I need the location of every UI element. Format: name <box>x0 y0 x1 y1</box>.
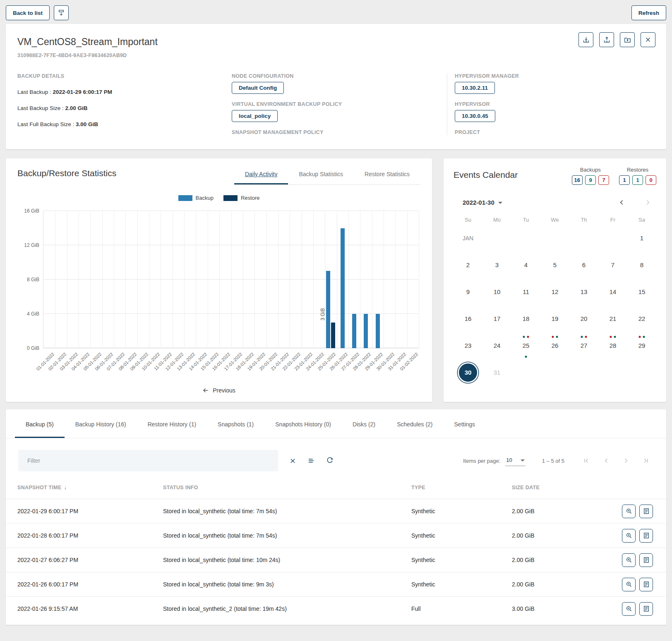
calendar-date-dropdown[interactable]: 2022-01-30 <box>463 199 502 206</box>
scroll-down-icon <box>58 9 65 17</box>
legend-backup-label: Backup <box>196 195 214 201</box>
tab-snapshots-1[interactable]: Snapshots (1) <box>207 409 264 438</box>
calendar-day-15[interactable]: 15 <box>627 278 656 305</box>
cell-type: Full <box>411 605 512 612</box>
calendar-day-18[interactable]: 18 <box>511 305 540 332</box>
calendar-day-22[interactable]: 22 <box>627 305 656 332</box>
calendar-day-31[interactable]: 31 <box>482 359 511 386</box>
scroll-down-button[interactable] <box>54 5 69 20</box>
calendar-day-8[interactable]: 8 <box>627 251 656 278</box>
calendar-day-20[interactable]: 20 <box>569 305 598 332</box>
backup-button[interactable] <box>578 32 593 47</box>
calendar-day-14[interactable]: 14 <box>598 278 627 305</box>
calendar-day-9[interactable]: 9 <box>454 278 482 305</box>
calendar-day-30[interactable]: 30 <box>454 359 482 386</box>
calendar-day-2[interactable]: 2 <box>454 251 482 278</box>
tab-settings[interactable]: Settings <box>444 409 486 438</box>
calendar-day-3[interactable]: 3 <box>482 251 511 278</box>
chart-legend: Backup Restore <box>17 195 420 201</box>
tab-restore-history-1[interactable]: Restore History (1) <box>137 409 207 438</box>
items-per-page-select[interactable]: 10 <box>505 456 525 466</box>
chart-previous-button[interactable]: Previous <box>17 385 420 396</box>
calendar-day-4[interactable]: 4 <box>511 251 540 278</box>
col-type[interactable]: TYPE <box>411 485 512 490</box>
calendar-day-16[interactable]: 16 <box>454 305 482 332</box>
restores-count-badge-navy: 1 <box>619 175 630 185</box>
restores-count-badge-green: 1 <box>632 175 643 185</box>
dropdown-caret-icon <box>498 202 502 204</box>
calendar-day-21[interactable]: 21 <box>598 305 627 332</box>
next-page-button[interactable] <box>622 457 630 464</box>
prev-page-button[interactable] <box>602 457 610 464</box>
snapshot-report-button[interactable] <box>639 529 653 543</box>
snapshot-details-button[interactable] <box>622 602 636 616</box>
snapshot-details-button[interactable] <box>622 553 636 567</box>
calendar-day-23[interactable]: 23 <box>454 332 482 359</box>
red-event-dot <box>639 336 641 338</box>
calendar-day-6[interactable]: 6 <box>569 251 598 278</box>
calendar-day-11[interactable]: 11 <box>511 278 540 305</box>
calendar-prev-button[interactable] <box>618 199 625 206</box>
calendar-day-1[interactable]: 1 <box>627 225 656 251</box>
calendar-day-19[interactable]: 19 <box>540 305 569 332</box>
calendar-empty-cell <box>540 359 569 386</box>
restores-badges: 110 <box>619 175 656 185</box>
bar-value-label: 3 GiB <box>320 308 326 320</box>
refresh-button[interactable]: Refresh <box>631 5 666 20</box>
calendar-day-7[interactable]: 7 <box>598 251 627 278</box>
snapshot-report-button[interactable] <box>639 578 653 591</box>
tab-schedules-2[interactable]: Schedules (2) <box>386 409 443 438</box>
calendar-day-25[interactable]: 25 <box>511 332 540 359</box>
ve-backup-policy-chip[interactable]: local_policy <box>232 110 278 122</box>
snapshot-details-button[interactable] <box>622 529 636 543</box>
calendar-day-17[interactable]: 17 <box>482 305 511 332</box>
calendar-day-12[interactable]: 12 <box>540 278 569 305</box>
calendar-day-5[interactable]: 5 <box>540 251 569 278</box>
green-event-dot <box>556 336 558 338</box>
last-full-backup-size-row: Last Full Backup Size : 3.00 GiB <box>17 121 232 127</box>
tab-backup-5[interactable]: Backup (5) <box>15 409 65 438</box>
last-page-button[interactable] <box>642 457 650 464</box>
col-size-date[interactable]: SIZE DATE <box>512 485 612 490</box>
calendar-day-10[interactable]: 10 <box>482 278 511 305</box>
calendar-day-26[interactable]: 26 <box>540 332 569 359</box>
tab-restore-statistics[interactable]: Restore Statistics <box>354 166 420 184</box>
tab-backup-statistics[interactable]: Backup Statistics <box>288 166 354 184</box>
calendar-empty-cell <box>598 225 627 251</box>
calendar-day-13[interactable]: 13 <box>569 278 598 305</box>
hypervisor-manager-chip[interactable]: 10.30.2.11 <box>455 82 495 94</box>
reload-table-button[interactable] <box>326 457 334 464</box>
snapshot-report-button[interactable] <box>639 602 653 616</box>
delete-button[interactable] <box>641 32 655 47</box>
col-snapshot-time[interactable]: SNAPSHOT TIME↓ <box>17 485 163 490</box>
backup-details-heading: BACKUP DETAILS <box>17 73 232 79</box>
calendar-day-27[interactable]: 27 <box>569 332 598 359</box>
green-event-dot <box>581 336 583 338</box>
calendar-empty-cell <box>511 359 540 386</box>
column-options-button[interactable] <box>307 457 315 464</box>
clear-filter-button[interactable] <box>289 457 296 464</box>
tab-snapshots-history-0[interactable]: Snapshots History (0) <box>264 409 342 438</box>
hypervisor-chip[interactable]: 10.30.0.45 <box>455 110 495 122</box>
snapshot-table-body: 2022-01-29 6:00:17 PMStored in local_syn… <box>6 499 666 621</box>
tab-backup-history-16[interactable]: Backup History (16) <box>65 409 137 438</box>
snapshot-details-button[interactable] <box>622 505 636 518</box>
snapshot-details-button[interactable] <box>622 578 636 591</box>
filter-input[interactable] <box>18 457 278 464</box>
restore-button[interactable] <box>599 32 614 47</box>
calendar-next-button[interactable] <box>644 199 651 206</box>
tab-disks-2[interactable]: Disks (2) <box>342 409 386 438</box>
calendar-day-24[interactable]: 24 <box>482 332 511 359</box>
report-icon <box>643 507 650 515</box>
cell-time: 2022-01-27 6:06:27 PM <box>17 557 163 563</box>
calendar-day-28[interactable]: 28 <box>598 332 627 359</box>
snapshot-report-button[interactable] <box>639 553 653 567</box>
calendar-day-29[interactable]: 29 <box>627 332 656 359</box>
col-status-info[interactable]: STATUS INFO <box>163 485 411 490</box>
mount-button[interactable] <box>620 32 635 47</box>
snapshot-report-button[interactable] <box>639 505 653 518</box>
tab-daily-activity[interactable]: Daily Activity <box>234 166 288 184</box>
node-config-chip[interactable]: Default Config <box>232 82 284 94</box>
back-to-list-button[interactable]: Back to list <box>6 5 50 20</box>
first-page-button[interactable] <box>583 457 590 464</box>
